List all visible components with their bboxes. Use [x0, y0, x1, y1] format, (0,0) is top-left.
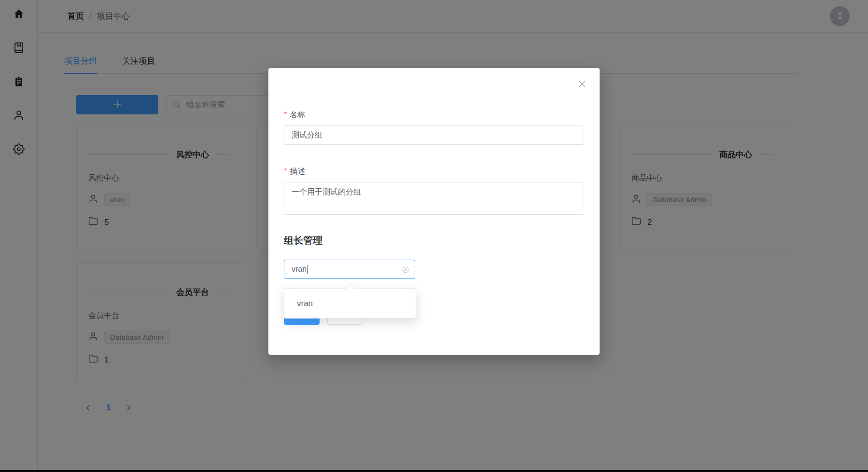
description-field-label: * 描述: [284, 167, 584, 176]
leader-search-value: vran: [292, 265, 307, 274]
description-textarea[interactable]: 一个用于测试的分组: [284, 182, 584, 215]
required-marker: *: [284, 111, 287, 119]
dialog-close-button[interactable]: [577, 80, 587, 90]
description-label-text: 描述: [290, 167, 305, 176]
clear-input-icon[interactable]: [402, 266, 409, 276]
leader-suggestion-popup: vran: [284, 288, 416, 319]
leader-section-title: 组长管理: [284, 234, 584, 247]
text-cursor: [308, 265, 308, 274]
required-marker: *: [284, 167, 287, 176]
name-field-label: * 名称: [284, 111, 584, 119]
leader-search-input[interactable]: vran: [284, 260, 415, 279]
project-center-page: 首页 / 项目中心 项目分组 关注项目 风控中心 风控中心: [0, 0, 868, 472]
name-label-text: 名称: [290, 111, 305, 119]
suggestion-option-vran[interactable]: vran: [284, 289, 416, 318]
create-group-dialog: * 名称 * 描述 一个用于测试的分组 组长管理 vran vran: [268, 68, 600, 355]
name-input[interactable]: [284, 125, 584, 145]
close-icon: [578, 80, 587, 90]
